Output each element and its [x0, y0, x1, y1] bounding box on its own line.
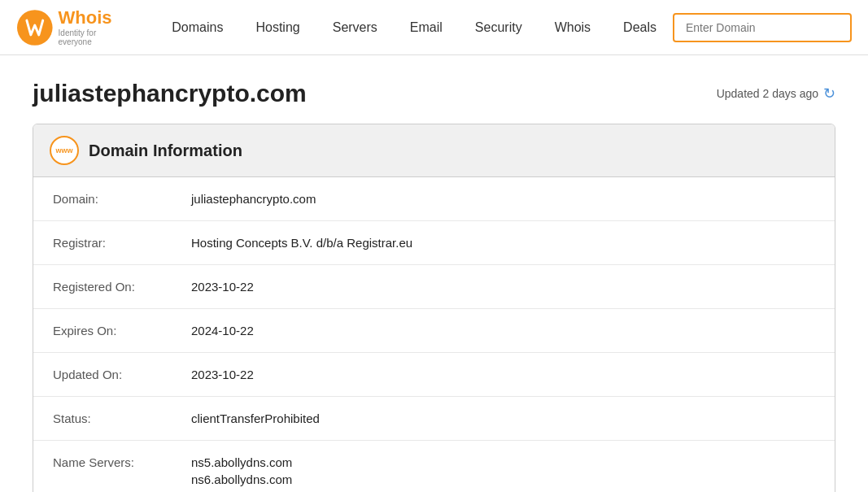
value-registrar: Hosting Concepts B.V. d/b/a Registrar.eu [191, 236, 412, 250]
whois-logo-icon [16, 9, 54, 46]
value-registered-on: 2023-10-22 [191, 280, 254, 294]
label-updated-on: Updated On: [53, 368, 191, 381]
value-expires-on: 2024-10-22 [191, 324, 254, 337]
label-expires-on: Expires On: [53, 324, 191, 337]
info-row-registered-on: Registered On: 2023-10-22 [33, 265, 835, 309]
nav-whois[interactable]: Whois [539, 0, 607, 55]
info-row-status: Status: clientTransferProhibited [33, 397, 835, 441]
value-updated-on: 2023-10-22 [191, 368, 254, 381]
info-row-domain: Domain: juliastephancrypto.com [33, 177, 835, 221]
nav-servers[interactable]: Servers [316, 0, 394, 55]
label-status: Status: [53, 411, 191, 425]
search-input[interactable] [673, 13, 852, 42]
domain-title-row: juliastephancrypto.com Updated 2 days ag… [33, 80, 835, 107]
label-name-servers: Name Servers: [53, 455, 191, 469]
label-registrar: Registrar: [53, 236, 191, 250]
value-domain: juliastephancrypto.com [191, 192, 316, 206]
label-registered-on: Registered On: [53, 280, 191, 294]
card-header-title: Domain Information [89, 142, 242, 160]
card-body: Domain: juliastephancrypto.com Registrar… [33, 177, 835, 492]
value-status: clientTransferProhibited [191, 411, 320, 425]
value-name-servers: ns5.abollydns.com ns6.abollydns.com [191, 455, 292, 486]
card-header: www Domain Information [33, 124, 835, 177]
name-server-1: ns5.abollydns.com [191, 455, 292, 469]
info-row-updated-on: Updated On: 2023-10-22 [33, 353, 835, 397]
logo-text: Whois Identity for everyone [59, 8, 132, 46]
www-icon: www [50, 136, 79, 165]
info-row-registrar: Registrar: Hosting Concepts B.V. d/b/a R… [33, 221, 835, 265]
nav-email[interactable]: Email [394, 0, 459, 55]
nav-domains[interactable]: Domains [155, 0, 239, 55]
nav-deals[interactable]: Deals [607, 0, 673, 55]
updated-text: Updated 2 days ago [717, 87, 818, 100]
header: Whois Identity for everyone Domains Host… [0, 0, 868, 55]
nav-hosting[interactable]: Hosting [239, 0, 316, 55]
name-server-2: ns6.abollydns.com [191, 472, 292, 486]
domain-card: www Domain Information Domain: juliastep… [33, 124, 835, 492]
main-nav: Domains Hosting Servers Email Security W… [155, 0, 673, 55]
logo-link[interactable]: Whois Identity for everyone [16, 8, 131, 46]
label-domain: Domain: [53, 192, 191, 206]
logo-tagline-label: Identity for everyone [59, 28, 132, 46]
search-wrap [673, 13, 852, 42]
nav-security[interactable]: Security [459, 0, 539, 55]
refresh-icon[interactable]: ↻ [823, 85, 835, 102]
domain-title: juliastephancrypto.com [33, 80, 307, 107]
info-row-name-servers: Name Servers: ns5.abollydns.com ns6.abol… [33, 441, 835, 492]
updated-info: Updated 2 days ago ↻ [717, 85, 835, 102]
info-row-expires-on: Expires On: 2024-10-22 [33, 309, 835, 353]
main-content: juliastephancrypto.com Updated 2 days ag… [0, 55, 868, 492]
logo-whois-label: Whois [59, 8, 132, 28]
